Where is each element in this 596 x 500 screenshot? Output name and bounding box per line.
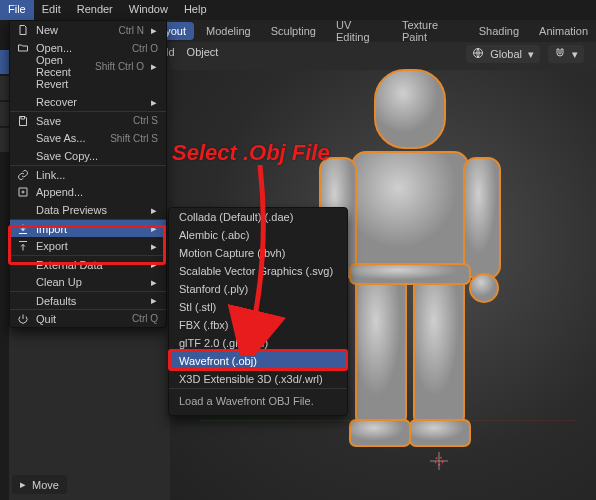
menu-edit[interactable]: Edit — [34, 0, 69, 20]
file-save[interactable]: Save Ctrl S — [10, 111, 166, 129]
submenu-arrow-icon: ▸ — [150, 24, 158, 37]
file-append[interactable]: Append... — [10, 183, 166, 201]
import-stl[interactable]: Stl (.stl) — [169, 298, 347, 316]
status-bar-hint: Load a Wavefront OBJ File. — [169, 388, 347, 415]
file-recover[interactable]: Recover ▸ — [10, 93, 166, 111]
link-icon — [16, 168, 30, 182]
file-defaults[interactable]: Defaults ▸ — [10, 291, 166, 309]
svg-rect-7 — [356, 276, 406, 426]
submenu-arrow-icon: ▸ — [150, 204, 158, 217]
file-new[interactable]: New Ctrl N ▸ — [10, 21, 166, 39]
menu-help[interactable]: Help — [176, 0, 215, 20]
file-clean-up[interactable]: Clean Up ▸ — [10, 273, 166, 291]
tab-uv[interactable]: UV Editing — [328, 16, 390, 46]
file-import[interactable]: Import ▸ — [10, 219, 166, 237]
import-fbx[interactable]: FBX (.fbx) — [169, 316, 347, 334]
submenu-arrow-icon: ▸ — [150, 276, 158, 289]
svg-point-6 — [470, 274, 498, 302]
menu-render[interactable]: Render — [69, 0, 121, 20]
file-new-label: New — [36, 24, 112, 36]
export-icon — [16, 239, 30, 253]
svg-rect-11 — [350, 264, 470, 284]
file-revert[interactable]: Revert — [10, 75, 166, 93]
file-export[interactable]: Export ▸ — [10, 237, 166, 255]
file-save-copy[interactable]: Save Copy... — [10, 147, 166, 165]
import-collada[interactable]: Collada (Default) (.dae) — [169, 208, 347, 226]
tool-cursor[interactable] — [0, 76, 9, 100]
orientation-label: Global — [490, 48, 522, 60]
svg-rect-1 — [375, 70, 445, 148]
svg-rect-9 — [350, 420, 410, 446]
menu-file[interactable]: File — [0, 0, 34, 20]
file-data-previews[interactable]: Data Previews ▸ — [10, 201, 166, 219]
tab-modeling[interactable]: Modeling — [198, 22, 259, 40]
viewport-menu-object[interactable]: Object — [187, 46, 219, 58]
submenu-arrow-icon: ▸ — [150, 240, 158, 253]
save-icon — [16, 114, 30, 128]
svg-rect-10 — [410, 420, 470, 446]
file-new-shortcut: Ctrl N — [118, 25, 144, 36]
chevron-down-icon: ▾ — [528, 48, 534, 61]
tab-texture[interactable]: Texture Paint — [394, 16, 467, 46]
import-ply[interactable]: Stanford (.ply) — [169, 280, 347, 298]
import-icon — [16, 222, 30, 236]
file-quit[interactable]: Quit Ctrl Q — [10, 309, 166, 327]
import-x3d[interactable]: X3D Extensible 3D (.x3d/.wrl) — [169, 370, 347, 388]
append-icon — [16, 185, 30, 199]
submenu-arrow-icon: ▸ — [150, 222, 158, 235]
svg-rect-4 — [464, 158, 500, 278]
import-bvh[interactable]: Motion Capture (.bvh) — [169, 244, 347, 262]
viewport-toolbar — [0, 20, 9, 500]
tool-move[interactable] — [0, 102, 9, 126]
tool-rotate[interactable] — [0, 128, 9, 152]
import-gltf[interactable]: glTF 2.0 (.glb/.gltf) — [169, 334, 347, 352]
svg-rect-8 — [414, 276, 464, 426]
tab-sculpting[interactable]: Sculpting — [263, 22, 324, 40]
power-icon — [16, 312, 30, 326]
tab-animation[interactable]: Animation — [531, 22, 596, 40]
submenu-arrow-icon: ▸ — [150, 294, 158, 307]
app-menu-bar: File Edit Render Window Help — [0, 0, 596, 20]
document-icon — [16, 23, 30, 37]
chevron-right-icon: ▸ — [20, 478, 26, 491]
file-open-recent[interactable]: Open Recent Shift Ctrl O ▸ — [10, 57, 166, 75]
chevron-down-icon: ▾ — [572, 48, 578, 61]
file-save-as[interactable]: Save As... Shift Ctrl S — [10, 129, 166, 147]
submenu-arrow-icon: ▸ — [150, 258, 158, 271]
origin-3d-cursor-icon — [430, 452, 448, 470]
file-link[interactable]: Link... — [10, 165, 166, 183]
magnet-icon — [554, 47, 566, 61]
tab-shading[interactable]: Shading — [471, 22, 527, 40]
svg-rect-2 — [352, 152, 468, 272]
submenu-arrow-icon: ▸ — [150, 60, 158, 73]
tool-name-label: Move — [32, 479, 59, 491]
snap-dropdown[interactable]: ▾ — [548, 45, 584, 63]
import-submenu: Collada (Default) (.dae) Alembic (.abc) … — [168, 207, 348, 416]
import-wavefront-obj[interactable]: Wavefront (.obj) — [169, 352, 347, 370]
file-external-data[interactable]: External Data ▸ — [10, 255, 166, 273]
submenu-arrow-icon: ▸ — [150, 96, 158, 109]
file-menu-dropdown: New Ctrl N ▸ Open... Ctrl O Open Recent … — [9, 20, 167, 328]
import-svg[interactable]: Scalable Vector Graphics (.svg) — [169, 262, 347, 280]
import-alembic[interactable]: Alembic (.abc) — [169, 226, 347, 244]
tool-settings-panel[interactable]: ▸ Move — [12, 475, 67, 494]
menu-window[interactable]: Window — [121, 0, 176, 20]
tool-select-box[interactable] — [0, 50, 9, 74]
folder-icon — [16, 41, 30, 55]
globe-icon — [472, 47, 484, 61]
